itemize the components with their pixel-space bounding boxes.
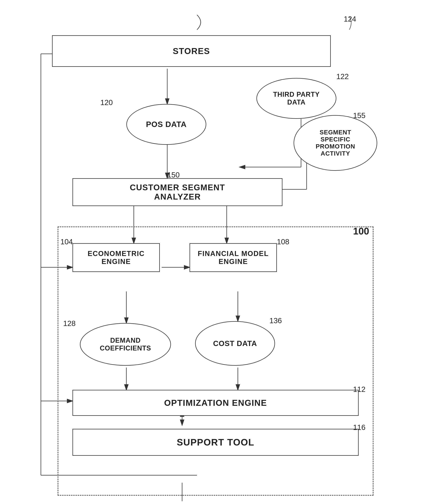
stores-box: STORES <box>52 35 331 67</box>
optimization-engine-box: OPTIMIZATION ENGINE <box>73 390 359 416</box>
ref-155: 155 <box>353 111 366 120</box>
cost-data-ellipse: COST DATA <box>195 321 275 366</box>
financial-model-engine-box: FINANCIAL MODELENGINE <box>190 243 277 272</box>
bottom-line <box>173 483 191 504</box>
ref-120: 120 <box>100 98 113 107</box>
ref-124-curve <box>338 13 361 31</box>
ref-100: 100 <box>353 226 369 237</box>
pos-data-ellipse: POS DATA <box>126 104 206 145</box>
ref-116: 116 <box>353 423 366 432</box>
ref-112: 112 <box>353 385 366 394</box>
diagram-container: STORES POS DATA THIRD PARTYDATA CUSTOMER… <box>0 0 422 504</box>
support-tool-box: SUPPORT TOOL <box>73 429 359 456</box>
ref-150: 150 <box>167 171 180 179</box>
ref-104: 104 <box>60 238 73 246</box>
ref-136: 136 <box>269 317 282 325</box>
ref-128: 128 <box>63 319 76 328</box>
customer-segment-analyzer-box: CUSTOMER SEGMENTANALYZER <box>73 178 282 206</box>
ref-122: 122 <box>336 72 349 81</box>
ref-108: 108 <box>277 238 289 246</box>
segment-specific-ellipse: SEGMENTSPECIFICPROMOTIONACTIVITY <box>294 115 377 171</box>
third-party-data-ellipse: THIRD PARTYDATA <box>257 78 336 119</box>
demand-coefficients-ellipse: DEMANDCOEFFICIENTS <box>80 323 171 366</box>
econometric-engine-box: ECONOMETRICENGINE <box>73 243 160 272</box>
